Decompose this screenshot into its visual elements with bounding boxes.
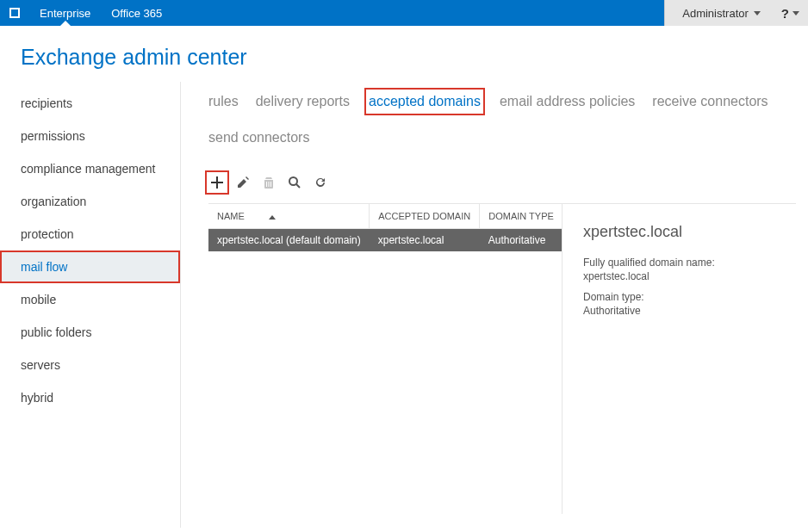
add-button[interactable] xyxy=(208,174,226,191)
toolbar xyxy=(208,174,796,191)
content-area: rules delivery reports accepted domains … xyxy=(181,82,808,528)
search-button[interactable] xyxy=(286,174,303,191)
detail-title: xpertstec.local xyxy=(583,223,784,241)
sidebar-item-servers[interactable]: servers xyxy=(0,349,180,381)
detail-pane: xpertstec.local Fully qualified domain n… xyxy=(562,204,796,514)
col-name[interactable]: NAME xyxy=(208,204,370,229)
trash-icon xyxy=(262,176,276,189)
col-domain-type[interactable]: DOMAIN TYPE xyxy=(480,204,562,229)
help-icon: ? xyxy=(781,6,789,21)
col-accepted-domain[interactable]: ACCEPTED DOMAIN xyxy=(370,204,480,229)
caret-down-icon xyxy=(792,11,799,15)
top-tab-enterprise[interactable]: Enterprise xyxy=(29,0,101,26)
tab-email-address-policies[interactable]: email address policies xyxy=(500,90,635,113)
user-label: Administrator xyxy=(682,7,749,20)
sidebar-item-public-folders[interactable]: public folders xyxy=(0,316,180,349)
cell-type: Authoritative xyxy=(480,229,562,252)
page-title: Exchange admin center xyxy=(0,26,808,82)
user-menu[interactable]: Administrator xyxy=(664,0,773,26)
plus-icon xyxy=(210,176,224,189)
caret-down-icon xyxy=(754,11,761,15)
sidebar: recipients permissions compliance manage… xyxy=(0,82,181,528)
domain-table-pane: NAME ACCEPTED DOMAIN DOMAIN TYPE xpertst… xyxy=(208,204,562,514)
sidebar-item-protection[interactable]: protection xyxy=(0,218,180,251)
refresh-button[interactable] xyxy=(312,174,329,191)
tab-send-connectors[interactable]: send connectors xyxy=(208,127,309,149)
table-row[interactable]: xpertstec.local (default domain) xpertst… xyxy=(208,229,562,252)
sort-asc-icon xyxy=(269,215,276,220)
svg-point-2 xyxy=(289,177,297,185)
help-menu[interactable]: ? xyxy=(773,0,808,26)
tab-accepted-domains[interactable]: accepted domains xyxy=(367,90,482,113)
sidebar-item-mobile[interactable]: mobile xyxy=(0,283,180,316)
cell-domain: xpertstec.local xyxy=(370,229,480,252)
tab-delivery-reports[interactable]: delivery reports xyxy=(256,90,350,113)
tab-receive-connectors[interactable]: receive connectors xyxy=(652,90,768,113)
sidebar-item-recipients[interactable]: recipients xyxy=(0,87,180,120)
top-tab-office365[interactable]: Office 365 xyxy=(101,0,172,26)
delete-button xyxy=(260,174,277,191)
svg-rect-1 xyxy=(11,9,18,16)
detail-type-label: Domain type: xyxy=(583,291,784,303)
subtab-row: rules delivery reports accepted domains … xyxy=(208,90,796,148)
sidebar-item-hybrid[interactable]: hybrid xyxy=(0,381,180,414)
office-logo-icon xyxy=(0,0,29,26)
detail-type-value: Authoritative xyxy=(583,305,784,317)
detail-fqdn-value: xpertstec.local xyxy=(583,270,784,282)
domains-table: NAME ACCEPTED DOMAIN DOMAIN TYPE xpertst… xyxy=(208,204,562,251)
top-tab-label: Enterprise xyxy=(40,7,90,20)
search-icon xyxy=(288,176,301,189)
detail-fqdn-label: Fully qualified domain name: xyxy=(583,257,784,269)
edit-button[interactable] xyxy=(234,174,252,191)
top-tab-label: Office 365 xyxy=(111,7,162,20)
pencil-icon xyxy=(236,176,250,189)
cell-name: xpertstec.local (default domain) xyxy=(208,229,370,252)
top-bar: Enterprise Office 365 Administrator ? xyxy=(0,0,808,26)
sidebar-item-mail-flow[interactable]: mail flow xyxy=(0,251,180,283)
tab-rules[interactable]: rules xyxy=(208,90,239,113)
refresh-icon xyxy=(314,176,327,189)
col-label: NAME xyxy=(217,211,245,221)
sidebar-item-organization[interactable]: organization xyxy=(0,185,180,218)
sidebar-item-compliance[interactable]: compliance management xyxy=(0,152,180,185)
sidebar-item-permissions[interactable]: permissions xyxy=(0,120,180,152)
